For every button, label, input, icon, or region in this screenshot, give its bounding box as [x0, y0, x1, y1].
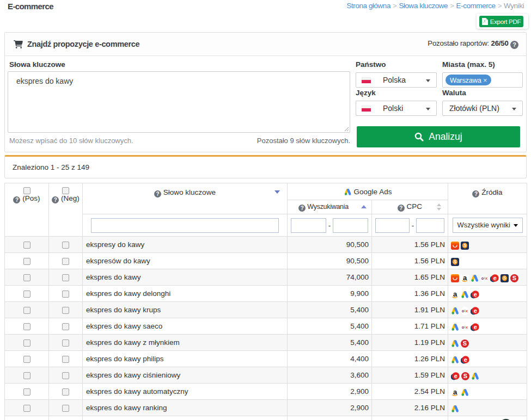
svg-text:S: S: [454, 259, 457, 264]
svg-text:S: S: [463, 340, 467, 347]
svg-text:S: S: [503, 275, 506, 281]
svg-text:e: e: [454, 373, 457, 379]
svg-text:S: S: [463, 373, 467, 379]
svg-text:e: e: [474, 324, 477, 330]
svg-text:e: e: [474, 291, 477, 298]
svg-text:e: e: [464, 356, 467, 363]
svg-text:e: e: [474, 307, 477, 314]
svg-text:S: S: [463, 243, 467, 248]
svg-text:e: e: [493, 275, 497, 281]
svg-text:S: S: [512, 275, 516, 281]
